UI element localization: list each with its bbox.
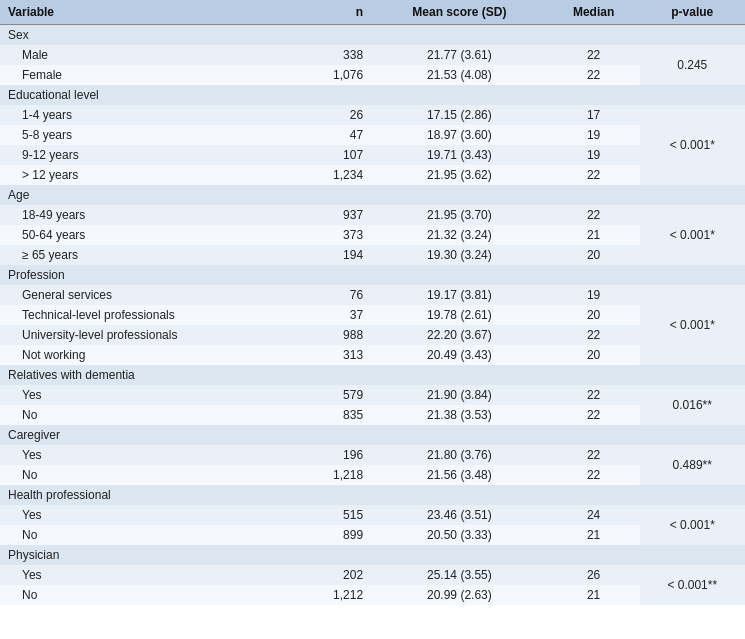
category-row: Health professional bbox=[0, 485, 745, 505]
cell-n: 835 bbox=[297, 405, 371, 425]
col-pvalue: p-value bbox=[640, 0, 745, 25]
cell-median: 22 bbox=[548, 465, 640, 485]
cell-mean: 21.32 (3.24) bbox=[371, 225, 547, 245]
cell-median: 22 bbox=[548, 325, 640, 345]
cell-variable: Yes bbox=[0, 505, 297, 525]
category-label: Sex bbox=[0, 25, 745, 46]
category-label: Age bbox=[0, 185, 745, 205]
cell-n: 937 bbox=[297, 205, 371, 225]
cell-mean: 25.14 (3.55) bbox=[371, 565, 547, 585]
cell-mean: 21.56 (3.48) bbox=[371, 465, 547, 485]
table-row: No1,21821.56 (3.48)22 bbox=[0, 465, 745, 485]
cell-mean: 21.90 (3.84) bbox=[371, 385, 547, 405]
cell-pvalue: < 0.001** bbox=[640, 565, 745, 605]
table-row: University-level professionals98822.20 (… bbox=[0, 325, 745, 345]
cell-mean: 19.17 (3.81) bbox=[371, 285, 547, 305]
cell-n: 338 bbox=[297, 45, 371, 65]
table-row: Yes19621.80 (3.76)220.489** bbox=[0, 445, 745, 465]
table-row: > 12 years1,23421.95 (3.62)22 bbox=[0, 165, 745, 185]
cell-median: 22 bbox=[548, 165, 640, 185]
cell-variable: No bbox=[0, 585, 297, 605]
cell-median: 20 bbox=[548, 245, 640, 265]
cell-n: 47 bbox=[297, 125, 371, 145]
category-row: Educational level bbox=[0, 85, 745, 105]
cell-median: 22 bbox=[548, 65, 640, 85]
cell-median: 22 bbox=[548, 205, 640, 225]
table-row: 50-64 years37321.32 (3.24)21 bbox=[0, 225, 745, 245]
cell-n: 515 bbox=[297, 505, 371, 525]
cell-mean: 17.15 (2.86) bbox=[371, 105, 547, 125]
cell-median: 21 bbox=[548, 525, 640, 545]
cell-pvalue: < 0.001* bbox=[640, 285, 745, 365]
cell-n: 313 bbox=[297, 345, 371, 365]
cell-median: 19 bbox=[548, 285, 640, 305]
cell-median: 20 bbox=[548, 345, 640, 365]
cell-mean: 21.95 (3.62) bbox=[371, 165, 547, 185]
cell-pvalue: < 0.001* bbox=[640, 205, 745, 265]
col-median: Median bbox=[548, 0, 640, 25]
cell-n: 1,234 bbox=[297, 165, 371, 185]
cell-median: 19 bbox=[548, 145, 640, 165]
cell-mean: 18.97 (3.60) bbox=[371, 125, 547, 145]
table-container: Variable n Mean score (SD) Median p-valu… bbox=[0, 0, 745, 639]
col-n: n bbox=[297, 0, 371, 25]
cell-n: 899 bbox=[297, 525, 371, 545]
cell-variable: > 12 years bbox=[0, 165, 297, 185]
cell-variable: No bbox=[0, 405, 297, 425]
cell-median: 21 bbox=[548, 225, 640, 245]
cell-n: 1,212 bbox=[297, 585, 371, 605]
table-row: Not working31320.49 (3.43)20 bbox=[0, 345, 745, 365]
table-row: Male33821.77 (3.61)220.245 bbox=[0, 45, 745, 65]
table-row: 5-8 years4718.97 (3.60)19 bbox=[0, 125, 745, 145]
category-row: Physician bbox=[0, 545, 745, 565]
cell-n: 26 bbox=[297, 105, 371, 125]
cell-mean: 21.95 (3.70) bbox=[371, 205, 547, 225]
category-row: Caregiver bbox=[0, 425, 745, 445]
table-row: Yes57921.90 (3.84)220.016** bbox=[0, 385, 745, 405]
table-row: 18-49 years93721.95 (3.70)22< 0.001* bbox=[0, 205, 745, 225]
cell-variable: 9-12 years bbox=[0, 145, 297, 165]
category-label: Health professional bbox=[0, 485, 745, 505]
cell-median: 22 bbox=[548, 45, 640, 65]
cell-mean: 19.71 (3.43) bbox=[371, 145, 547, 165]
cell-mean: 21.53 (4.08) bbox=[371, 65, 547, 85]
cell-median: 19 bbox=[548, 125, 640, 145]
table-row: 9-12 years10719.71 (3.43)19 bbox=[0, 145, 745, 165]
cell-n: 1,076 bbox=[297, 65, 371, 85]
table-row: Yes20225.14 (3.55)26< 0.001** bbox=[0, 565, 745, 585]
table-header-row: Variable n Mean score (SD) Median p-valu… bbox=[0, 0, 745, 25]
cell-variable: General services bbox=[0, 285, 297, 305]
category-row: Profession bbox=[0, 265, 745, 285]
table-row: No1,21220.99 (2.63)21 bbox=[0, 585, 745, 605]
category-label: Relatives with dementia bbox=[0, 365, 745, 385]
cell-median: 17 bbox=[548, 105, 640, 125]
cell-median: 22 bbox=[548, 405, 640, 425]
cell-variable: University-level professionals bbox=[0, 325, 297, 345]
table-row: No89920.50 (3.33)21 bbox=[0, 525, 745, 545]
cell-variable: Male bbox=[0, 45, 297, 65]
cell-mean: 20.50 (3.33) bbox=[371, 525, 547, 545]
table-row: ≥ 65 years19419.30 (3.24)20 bbox=[0, 245, 745, 265]
cell-mean: 21.80 (3.76) bbox=[371, 445, 547, 465]
cell-median: 24 bbox=[548, 505, 640, 525]
table-row: Yes51523.46 (3.51)24< 0.001* bbox=[0, 505, 745, 525]
table-row: Female1,07621.53 (4.08)22 bbox=[0, 65, 745, 85]
cell-pvalue: 0.489** bbox=[640, 445, 745, 485]
table-row: 1-4 years2617.15 (2.86)17< 0.001* bbox=[0, 105, 745, 125]
cell-n: 1,218 bbox=[297, 465, 371, 485]
table-row: Technical-level professionals3719.78 (2.… bbox=[0, 305, 745, 325]
category-label: Caregiver bbox=[0, 425, 745, 445]
cell-mean: 21.77 (3.61) bbox=[371, 45, 547, 65]
cell-pvalue: < 0.001* bbox=[640, 505, 745, 545]
data-table: Variable n Mean score (SD) Median p-valu… bbox=[0, 0, 745, 605]
cell-variable: Yes bbox=[0, 385, 297, 405]
table-row: General services7619.17 (3.81)19< 0.001* bbox=[0, 285, 745, 305]
category-row: Sex bbox=[0, 25, 745, 46]
cell-pvalue: < 0.001* bbox=[640, 105, 745, 185]
category-label: Profession bbox=[0, 265, 745, 285]
cell-mean: 19.78 (2.61) bbox=[371, 305, 547, 325]
cell-variable: 1-4 years bbox=[0, 105, 297, 125]
cell-variable: No bbox=[0, 525, 297, 545]
cell-mean: 20.99 (2.63) bbox=[371, 585, 547, 605]
cell-variable: Female bbox=[0, 65, 297, 85]
